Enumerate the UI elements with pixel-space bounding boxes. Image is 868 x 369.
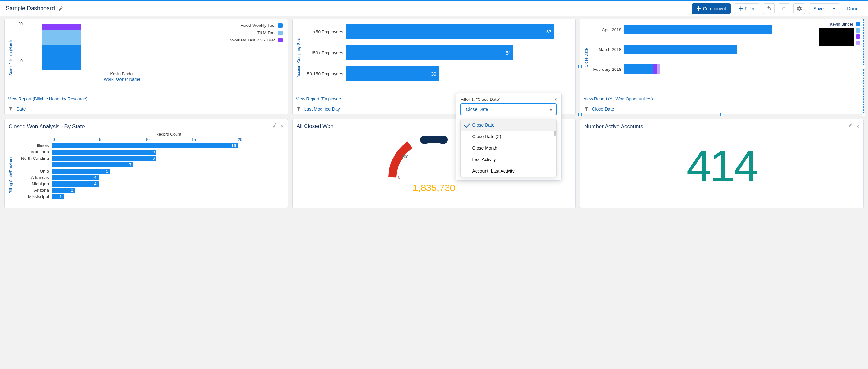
x-tick: 10 [145,137,191,142]
resize-handle[interactable] [862,65,865,68]
hbar-label: Manitoba [14,149,52,154]
plus-icon [739,6,743,10]
hbar-bar: 2 [52,188,75,193]
x-tick: 0 [53,137,99,142]
hbar-bar: 9 [52,156,156,161]
popover-close-icon[interactable]: × [554,96,558,103]
resize-handle[interactable] [720,113,723,116]
hbar-bar: 54 [346,45,514,60]
dashboard-canvas: Sum of Hours (Numb 20 0 Kevin Bind [0,16,868,215]
save-menu-button[interactable] [829,3,840,14]
hbar-row[interactable]: March 2018 [589,43,819,56]
card-close-date[interactable]: Close Date April 2018 March 2018 Februar… [580,19,864,114]
hbar-row[interactable]: -7 [14,162,284,168]
hbar-bar: 4 [52,175,99,180]
hbar-label: <50 Employees [302,29,346,34]
hbar-row[interactable]: <50 Employees 67 [302,24,572,39]
y-axis-title: Account Company Size [296,22,302,94]
hbar-row[interactable]: Ohio5 [14,168,284,174]
hbar-row[interactable]: Manitoba9 [14,149,284,155]
hbar-value: 7 [129,162,131,167]
footer-filter-label[interactable]: Date [16,106,26,112]
hbar-bar: 1 [52,194,64,199]
resize-handle[interactable] [862,113,865,116]
listbox-option[interactable]: Close Date [461,119,556,131]
option-label: Last Activity [472,157,496,162]
redo-button[interactable] [778,3,790,14]
close-card-icon[interactable]: × [280,123,284,130]
funnel-icon[interactable] [584,107,589,111]
hbar-value: 67 [546,29,552,34]
hbar-row[interactable]: 150+ Employees 54 [302,45,572,61]
legend-label: Fixed Weekly Test [241,23,276,28]
hbar-label: Michigan [14,181,52,186]
hbar-value: 5 [106,169,108,173]
hbar-label: April 2018 [589,27,624,32]
done-button[interactable]: Done [843,6,862,11]
add-filter-button[interactable]: Filter [734,3,760,14]
combobox-listbox[interactable]: Close Date Close Date (2) Close Month La… [460,119,557,177]
edit-card-icon[interactable] [848,123,853,130]
add-component-button[interactable]: Component [692,3,731,14]
edit-card-icon[interactable] [272,123,277,130]
hbar-row[interactable]: 50-150 Employees 30 [302,66,572,82]
save-label: Save [813,6,824,11]
view-report-link[interactable]: View Report (All Won Opportunities) [584,94,860,102]
view-report-link[interactable]: View Report (Billable Hours by Resource) [8,94,284,102]
stacked-bar-chart: 20 0 [14,22,230,70]
hbar-row[interactable]: Illinois16 [14,142,284,148]
footer-filter-label[interactable]: Close Date [592,106,614,112]
legend-label: T&M Test [257,30,276,35]
redacted-block [819,28,854,45]
combobox-value: Close Date [466,107,488,112]
bar-segment [42,45,81,70]
x-axis-title: Work: Owner Name [14,77,230,82]
hbar-bar: 16 [52,143,238,148]
hbar-row[interactable]: Mississippi1 [14,194,284,200]
hbar-row[interactable]: February 2018 [589,63,819,75]
listbox-option[interactable]: Last Activity [461,154,556,165]
funnel-icon[interactable] [297,107,301,111]
edit-title-icon[interactable] [58,6,63,11]
hbar-row[interactable]: April 2018 [589,24,819,36]
hbar-bar: 7 [52,162,133,167]
dashboard-toolbar: Sample Dashboard Component Filter [0,1,868,16]
bar-segment [657,64,659,74]
listbox-option[interactable]: Close Month [461,142,556,154]
resize-handle[interactable] [579,113,582,116]
option-label: Account: Last Activity [472,168,514,173]
bar-segment [624,25,772,34]
settings-button[interactable] [793,3,805,14]
resize-handle[interactable] [579,65,582,68]
hbar-row[interactable]: North Carolina9 [14,155,284,161]
card-active-accounts[interactable]: Number Active Accounts × 414 [580,119,864,208]
gauge-value: 1,835,730 [413,182,455,193]
listbox-option[interactable]: Account: Last Activity [461,165,556,177]
hbar-value: 16 [231,143,236,148]
close-card-icon[interactable]: × [856,123,859,130]
funnel-icon[interactable] [9,107,13,111]
x-tick: 15 [191,137,238,142]
x-axis-ticks: 0 5 10 15 20 [53,137,284,142]
card-closed-won-by-state[interactable]: Closed Won Analysis - By State × Record … [4,119,288,208]
hbar-label: March 2018 [589,47,624,52]
hbar-value: 4 [94,181,96,186]
hbar-bar: 9 [52,149,156,155]
x-tick: 5 [99,137,145,142]
hbar-label: Arkansas [14,175,52,180]
hbar-value: 9 [152,149,155,154]
hbar-row[interactable]: Arkansas4 [14,174,284,180]
filter-field-combobox[interactable]: Close Date [460,104,557,115]
footer-filter-label[interactable]: Last Modified Day [304,106,340,112]
hbar-row[interactable]: Arizona2 [14,187,284,193]
hbar-row[interactable]: Michigan4 [14,181,284,187]
card-billable-hours[interactable]: Sum of Hours (Numb 20 0 Kevin Bind [4,19,288,114]
hbar-value: 30 [431,71,436,76]
card-title: Number Active Accounts [584,124,643,130]
undo-button[interactable] [763,3,775,14]
bar-segment [653,64,657,74]
save-button[interactable]: Save [809,3,829,14]
stacked-bar[interactable] [42,24,81,70]
hbar-label: Illinois [14,143,52,148]
listbox-option[interactable]: Close Date (2) [461,131,556,142]
